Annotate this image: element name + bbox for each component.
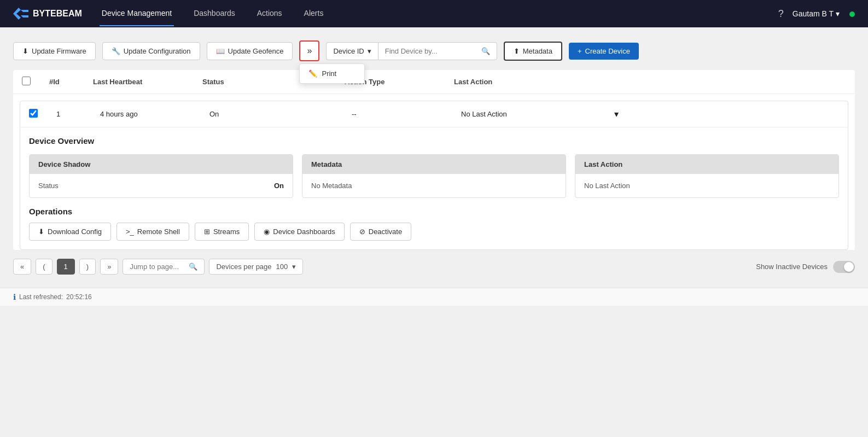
metadata-card-body: No Metadata — [302, 174, 566, 197]
ops-buttons: ⬇ Download Config >_ Remote Shell ⊞ Stre… — [29, 223, 839, 241]
col-id-header: #Id — [49, 78, 93, 86]
overflow-menu-wrap: » ✏️ Print — [299, 40, 319, 61]
show-inactive-toggle-wrap: Show Inactive Devices — [756, 261, 855, 273]
svg-marker-1 — [21, 10, 28, 12]
streams-button[interactable]: ⊞ Streams — [195, 223, 249, 241]
shadow-card-header: Device Shadow — [30, 155, 293, 174]
brand: BYTEBEAM — [13, 8, 82, 20]
print-icon: ✏️ — [308, 69, 317, 78]
overflow-button[interactable]: » — [299, 40, 319, 61]
overflow-icon: » — [307, 46, 312, 56]
search-box: 🔍 — [378, 42, 497, 60]
chevron-down-icon: ▾ — [836, 9, 840, 18]
info-icon: ℹ — [13, 293, 16, 301]
device-shadow-card: Device Shadow Status On — [29, 154, 293, 198]
per-page-selector[interactable]: Devices per page 100 ▾ — [209, 259, 303, 275]
device-filter: Device ID ▾ 🔍 — [326, 42, 497, 60]
toolbar: ⬇ Update Firmware 🔧 Update Configuration… — [13, 40, 855, 61]
nav-item-actions[interactable]: Actions — [255, 1, 284, 26]
download-config-button[interactable]: ⬇ Download Config — [29, 223, 111, 241]
nav-item-dashboards[interactable]: Dashboards — [191, 1, 237, 26]
toggle-knob — [844, 262, 854, 272]
last-refreshed-timestamp: 20:52:16 — [66, 293, 92, 301]
metadata-card: Metadata No Metadata — [302, 154, 566, 198]
map-icon: 📖 — [216, 47, 225, 55]
row-heartbeat: 4 hours ago — [100, 110, 209, 118]
row-action-type: -- — [352, 110, 461, 118]
update-configuration-button[interactable]: 🔧 Update Configuration — [102, 42, 200, 60]
metadata-button[interactable]: ⬆ Metadata — [504, 42, 562, 61]
streams-icon: ⊞ — [204, 228, 210, 236]
device-overview-title: Device Overview — [29, 136, 839, 145]
search-input[interactable] — [385, 47, 477, 55]
wrench-icon: 🔧 — [112, 47, 120, 55]
show-inactive-label: Show Inactive Devices — [756, 263, 828, 271]
remote-shell-button[interactable]: >_ Remote Shell — [116, 223, 189, 241]
prev-page-button[interactable]: ( — [36, 259, 52, 275]
shadow-card-body: Status On — [30, 174, 293, 197]
last-refreshed-label: Last refreshed: — [19, 293, 63, 301]
table-row: 1 4 hours ago On -- No Last Action ▾ Dev… — [20, 101, 848, 250]
table-row-data: 1 4 hours ago On -- No Last Action ▾ — [20, 101, 848, 127]
last-action-card-header: Last Action — [575, 155, 838, 174]
create-device-button[interactable]: + Create Device — [569, 43, 639, 60]
metadata-card-header: Metadata — [302, 155, 566, 174]
table-header: #Id Last Heartbeat Status Action Type La… — [13, 70, 855, 94]
user-name: Gautam B T — [793, 9, 834, 18]
footer-bar: ℹ Last refreshed: 20:52:16 — [0, 288, 868, 306]
overflow-dropdown: ✏️ Print — [299, 63, 365, 84]
row-id: 1 — [56, 110, 100, 118]
deactivate-icon: ⊘ — [359, 228, 365, 236]
shadow-status-value: On — [274, 182, 284, 190]
col-heartbeat-header: Last Heartbeat — [93, 78, 202, 86]
device-dashboards-button[interactable]: ◉ Device Dashboards — [254, 223, 344, 241]
print-menu-item[interactable]: ✏️ Print — [300, 64, 364, 83]
download-icon: ⬇ — [22, 47, 28, 55]
current-page-button[interactable]: 1 — [57, 259, 75, 275]
user-menu[interactable]: Gautam B T ▾ — [793, 9, 840, 18]
select-all-checkbox[interactable] — [22, 77, 31, 85]
per-page-label: Devices per page — [216, 263, 271, 271]
update-firmware-button[interactable]: ⬇ Update Firmware — [13, 42, 96, 60]
per-page-value: 100 — [276, 263, 288, 271]
svg-marker-2 — [21, 15, 28, 18]
search-icon: 🔍 — [481, 47, 490, 55]
brand-name: BYTEBEAM — [33, 9, 82, 19]
navbar: BYTEBEAM Device Management Dashboards Ac… — [0, 0, 868, 27]
operations-title: Operations — [29, 207, 839, 216]
svg-marker-0 — [13, 8, 21, 20]
jump-to-input[interactable] — [130, 263, 184, 271]
dashboards-icon: ◉ — [264, 228, 270, 236]
plus-icon: + — [578, 47, 582, 55]
download-config-icon: ⬇ — [38, 228, 44, 236]
nav-item-alerts[interactable]: Alerts — [302, 1, 326, 26]
chevron-down-icon: ▾ — [368, 47, 371, 55]
nav-item-device-management[interactable]: Device Management — [100, 1, 174, 26]
row-checkbox-cell — [29, 109, 56, 119]
device-table: #Id Last Heartbeat Status Action Type La… — [13, 70, 855, 250]
last-page-button[interactable]: » — [100, 259, 118, 275]
metadata-value: No Metadata — [311, 182, 352, 190]
show-inactive-toggle[interactable] — [833, 261, 855, 273]
deactivate-button[interactable]: ⊘ Deactivate — [350, 223, 411, 241]
update-geofence-button[interactable]: 📖 Update Geofence — [207, 42, 293, 60]
operations-section: Operations ⬇ Download Config >_ Remote S… — [20, 207, 848, 249]
row-expand-icon[interactable]: ▾ — [614, 109, 647, 119]
row-checkbox[interactable] — [29, 109, 38, 118]
first-page-button[interactable]: « — [13, 259, 31, 275]
col-checkbox — [22, 77, 49, 87]
brand-logo — [13, 8, 28, 20]
jump-to-page: 🔍 — [123, 259, 205, 275]
next-page-button[interactable]: ) — [79, 259, 96, 275]
navbar-right: ? Gautam B T ▾ — [778, 8, 855, 20]
last-action-value: No Last Action — [584, 182, 630, 190]
device-id-select[interactable]: Device ID ▾ — [326, 42, 377, 60]
row-last-action: No Last Action — [461, 110, 614, 118]
per-page-chevron: ▾ — [292, 263, 296, 271]
last-action-card: Last Action No Last Action — [575, 154, 839, 198]
pagination: « ( 1 ) » 🔍 Devices per page 100 ▾ Show … — [13, 259, 855, 275]
status-dot — [849, 11, 855, 17]
last-action-card-body: No Last Action — [575, 174, 838, 197]
help-icon[interactable]: ? — [778, 8, 784, 20]
col-last-action-header: Last Action — [454, 78, 607, 86]
